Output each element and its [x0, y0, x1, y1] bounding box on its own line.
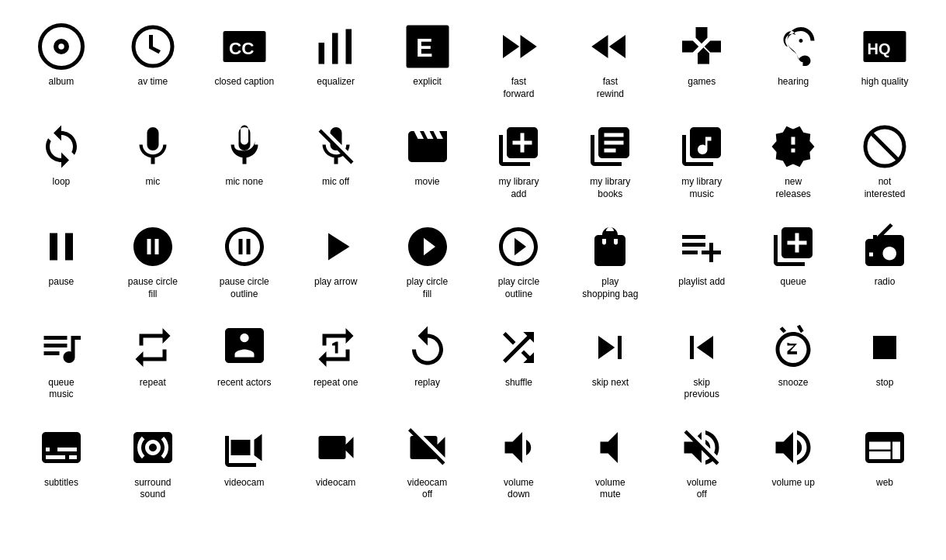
- icon-cell-my-library-books: my librarybooks: [564, 116, 656, 208]
- icon-cell-my-library-add: my libraryadd: [473, 116, 565, 208]
- surround-sound-label: surroundsound: [134, 477, 171, 501]
- repeat-one-icon: [313, 324, 359, 371]
- play-circle-outline-icon: [495, 223, 542, 270]
- loop-label: loop: [53, 176, 71, 188]
- videocam-icon: [313, 424, 359, 471]
- icon-cell-snooze: snooze: [747, 316, 839, 409]
- play-circle-fill-label: play circlefill: [407, 276, 448, 300]
- my-library-add-icon: [495, 123, 542, 170]
- skip-previous-label: skipprevious: [684, 377, 719, 401]
- surround-sound-icon: [130, 424, 176, 471]
- svg-text:HQ: HQ: [868, 40, 891, 57]
- icon-cell-my-library-music: my librarymusic: [656, 116, 747, 208]
- games-label: games: [688, 76, 716, 88]
- replay-label: replay: [414, 377, 440, 389]
- shuffle-icon: [495, 324, 542, 371]
- pause-circle-fill-icon: [130, 223, 176, 270]
- repeat-icon: [130, 324, 176, 371]
- volume-up-icon: [770, 424, 816, 471]
- mic-none-icon: [221, 123, 268, 170]
- icon-cell-recent-actors: recent actors: [199, 316, 290, 409]
- icon-cell-loop: loop: [16, 116, 107, 208]
- not-interested-label: notinterested: [865, 176, 906, 200]
- play-circle-outline-label: play circleoutline: [498, 276, 539, 300]
- volume-off-label: volumeoff: [687, 477, 717, 501]
- icon-cell-volume-off: volumeoff: [656, 417, 747, 509]
- play-circle-fill-icon: [404, 223, 451, 270]
- svg-text:CC: CC: [229, 39, 255, 58]
- mic-off-label: mic off: [322, 176, 349, 188]
- shuffle-label: shuffle: [505, 377, 532, 389]
- icon-cell-queue: queue: [747, 216, 839, 308]
- not-interested-icon: [861, 123, 908, 170]
- videocam-label: videocam: [316, 477, 355, 489]
- pause-circle-outline-label: pause circleoutline: [220, 276, 269, 300]
- icon-cell-skip-previous: skipprevious: [656, 316, 747, 409]
- loop-icon: [38, 123, 85, 170]
- icon-cell-queue-music: queuemusic: [16, 316, 107, 409]
- icon-cell-web: web: [839, 417, 930, 509]
- icon-cell-repeat: repeat: [107, 316, 199, 409]
- volume-up-label: volume up: [771, 477, 814, 489]
- icon-cell-play-circle-outline: play circleoutline: [473, 216, 565, 308]
- play-shopping-bag-icon: [587, 223, 633, 270]
- videocam-outlined-label: videocam: [224, 477, 264, 489]
- repeat-label: repeat: [140, 377, 166, 389]
- volume-off-icon: [678, 424, 725, 471]
- play-shopping-bag-label: playshopping bag: [582, 276, 638, 300]
- svg-rect-6: [318, 43, 324, 64]
- av-time-label: av time: [138, 76, 168, 88]
- recent-actors-label: recent actors: [217, 377, 271, 389]
- fast-rewind-icon: [587, 23, 633, 70]
- stop-label: stop: [876, 377, 894, 389]
- svg-line-14: [871, 133, 899, 161]
- icon-cell-shuffle: shuffle: [473, 316, 565, 409]
- icon-cell-repeat-one: repeat one: [290, 316, 382, 409]
- hearing-label: hearing: [778, 76, 809, 88]
- pause-icon: [38, 223, 85, 270]
- movie-label: movie: [415, 176, 440, 188]
- icon-cell-volume-up: volume up: [747, 417, 839, 509]
- equalizer-label: equalizer: [317, 76, 355, 88]
- games-icon: [678, 23, 725, 70]
- my-library-add-label: my libraryadd: [498, 176, 539, 200]
- album-icon: [38, 23, 85, 70]
- icon-cell-games: games: [656, 16, 747, 108]
- videocam-outlined-icon: [221, 424, 268, 471]
- new-releases-label: newreleases: [775, 176, 810, 200]
- icon-cell-mic-none: mic none: [199, 116, 290, 208]
- icon-cell-new-releases: newreleases: [747, 116, 839, 208]
- icon-cell-pause: pause: [16, 216, 107, 308]
- snooze-label: snooze: [778, 377, 809, 389]
- stop-icon: [861, 324, 908, 371]
- icon-cell-pause-circle-fill: pause circlefill: [107, 216, 199, 308]
- icon-cell-play-shopping-bag: playshopping bag: [564, 216, 656, 308]
- svg-point-2: [58, 43, 64, 50]
- icon-cell-subtitles: subtitles: [16, 417, 107, 509]
- equalizer-icon: [313, 23, 359, 70]
- queue-label: queue: [780, 276, 806, 289]
- icon-cell-videocam-outlined: videocam: [199, 417, 290, 509]
- icon-cell-surround-sound: surroundsound: [107, 417, 199, 509]
- radio-icon: [861, 223, 908, 270]
- my-library-books-icon: [587, 123, 633, 170]
- skip-next-label: skip next: [592, 377, 629, 389]
- new-releases-icon: [770, 123, 816, 170]
- svg-rect-8: [345, 29, 352, 64]
- play-arrow-icon: [313, 223, 359, 270]
- icon-cell-movie: movie: [382, 116, 473, 208]
- icon-cell-stop: stop: [839, 316, 930, 409]
- hearing-icon: [770, 23, 816, 70]
- icon-cell-explicit: E explicit: [382, 16, 473, 108]
- queue-music-label: queuemusic: [48, 377, 74, 401]
- icon-cell-videocam-off: videocamoff: [382, 417, 473, 509]
- icon-cell-equalizer: equalizer: [290, 16, 382, 108]
- web-icon: [861, 424, 908, 471]
- icon-cell-mic: mic: [107, 116, 199, 208]
- videocam-off-label: videocamoff: [407, 477, 447, 501]
- replay-icon: [404, 324, 451, 371]
- queue-music-icon: [38, 324, 85, 371]
- play-arrow-label: play arrow: [314, 276, 357, 289]
- my-library-music-label: my librarymusic: [681, 176, 722, 200]
- icon-cell-album: album: [16, 16, 107, 108]
